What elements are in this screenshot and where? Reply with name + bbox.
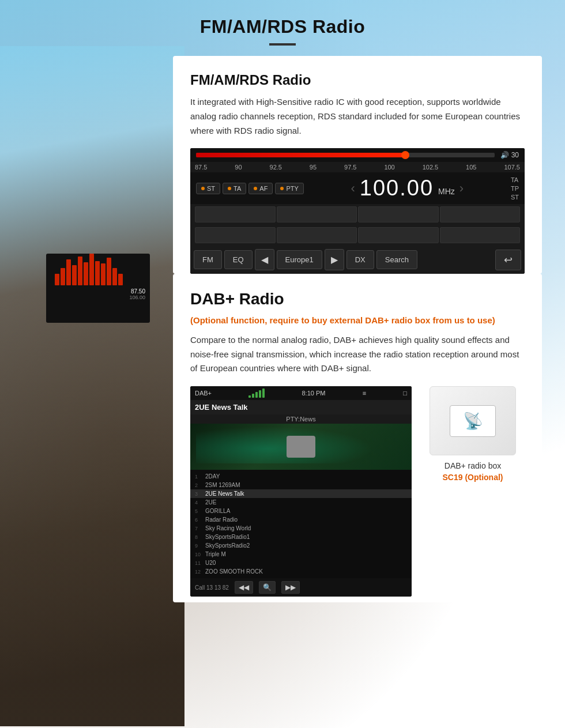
radio-progress-bar-row: 🔊 30 [190,148,525,162]
search-button[interactable]: Search [376,250,417,269]
mode-pty-dot [280,187,284,190]
car-screen-freq2: 106.00 [46,295,150,300]
sig-bar-3 [255,392,258,398]
scale-label-925: 92.5 [270,164,282,171]
smoke-effect [196,427,373,463]
page-title: FM/AM/RDS Radio [0,16,565,37]
dab-time: 8:10 PM [302,390,325,397]
dab-box-inner: 📡 [450,405,496,437]
fm-section-title: FM/AM/RDS Radio [190,72,525,88]
dab-call-text: Call 13 13 82 [195,584,229,591]
hero-background: 87.50 106.00 FM/AM/RDS Radio FM/AM/RDS R… [0,0,565,728]
prev-button[interactable]: ◀ [255,249,274,270]
scale-label-875: 87.5 [195,164,207,171]
dab-call-bar: Call 13 13 82 ◀◀ 🔍 ▶▶ [190,578,412,597]
list-item[interactable]: 42UE [190,498,412,507]
sig-bar-1 [248,395,251,398]
fm-button[interactable]: FM [194,250,222,269]
dab-next-btn[interactable]: ▶▶ [281,581,300,594]
eq-button[interactable]: EQ [224,250,253,269]
freq-next-arrow[interactable]: › [459,181,464,196]
list-item[interactable]: 22SM 1269AM [190,481,412,489]
title-divider [269,43,296,46]
sig-bar-2 [252,394,254,398]
preset-btn-8[interactable] [440,227,521,243]
dab-top-bar: DAB+ 8:10 PM ≡ □ [190,386,412,400]
main-content-panel: FM/AM/RDS Radio It integrated with High-… [173,56,542,602]
dab-optional-text: (Optional function, require to buy exter… [190,314,525,327]
mode-pty-btn[interactable]: PTY [275,183,303,194]
list-item[interactable]: 7Sky Racing World [190,524,412,533]
preset-btn-3[interactable] [358,206,439,222]
scale-label-1025: 102.5 [423,164,439,171]
car-interior-simulation [0,46,184,726]
mode-ta-btn[interactable]: TA [223,183,246,194]
preset-btn-6[interactable] [277,227,357,243]
dab-radio-icon [287,436,315,458]
car-image-area: 87.50 106.00 [0,46,184,726]
preset-btn-5[interactable] [195,227,276,243]
dab-box-area: 📡 DAB+ radio box SC19 (Optional) [421,386,525,597]
scale-label-1075: 107.5 [504,164,520,171]
list-item[interactable]: 9SkySportsRadio2 [190,541,412,550]
scale-label-90: 90 [235,164,242,171]
radio-frequency-display: ‹ 100.00 MHz › [308,176,506,201]
preset-btn-2[interactable] [277,206,357,222]
dab-close-icon: □ [403,390,407,397]
list-item[interactable]: 10Triple M [190,550,412,559]
list-item-active[interactable]: 32UE News Talk [190,489,412,498]
radio-right-modes: TA TP ST [511,176,519,201]
preset-btn-1[interactable] [195,206,276,222]
dab-prev-btn[interactable]: ◀◀ [235,581,253,594]
sig-bar-5 [262,388,265,398]
list-item[interactable]: 5GORILLA [190,507,412,515]
car-dashboard-screen: 87.50 106.00 [46,254,150,323]
dab-signal-bars [248,388,265,398]
dab-ui-screenshot: DAB+ 8:10 PM ≡ □ [190,386,412,597]
list-item[interactable]: 12DAY [190,472,412,481]
preset-btn-4[interactable] [440,206,521,222]
radio-volume-display: 🔊 30 [500,151,519,159]
dab-channel-row: 2UE News Talk [190,400,412,414]
list-item[interactable]: 11U20 [190,559,412,567]
radio-preset-row-1 [190,204,525,225]
back-button[interactable]: ↩ [495,250,521,270]
scale-label-975: 97.5 [344,164,356,171]
dab-section-description: Compare to the normal analog radio, DAB+… [190,333,525,376]
right-mode-ta: TA [511,176,518,183]
dab-box-label: DAB+ radio box [445,461,501,470]
sig-bar-4 [259,390,261,398]
dab-station-list: 12DAY 22SM 1269AM 32UE News Talk 42UE 5G… [190,470,412,578]
right-mode-tp: TP [511,185,519,192]
mode-st-dot [201,187,205,190]
preset-btn-7[interactable] [358,227,439,243]
list-item[interactable]: 8SkySportsRadio1 [190,533,412,541]
dab-channel-name: 2UE News Talk [195,403,248,412]
dab-label: DAB+ [195,390,212,397]
europe1-button[interactable]: Europe1 [277,250,322,269]
dab-section-title: DAB+ Radio [190,290,525,308]
next-button[interactable]: ▶ [325,249,344,270]
radio-frequency-scale: 87.5 90 92.5 95 97.5 100 102.5 105 107.5 [190,162,525,172]
dab-menu-icon: ≡ [363,390,366,397]
dx-button[interactable]: DX [346,250,374,269]
dab-screenshots-row: DAB+ 8:10 PM ≡ □ [190,386,525,597]
page-title-area: FM/AM/RDS Radio [0,0,565,56]
radio-progress-track [196,153,495,157]
radio-progress-thumb [401,151,409,159]
mode-af-btn[interactable]: AF [248,183,273,194]
radio-bottom-bar: FM EQ ◀ Europe1 ▶ DX Search ↩ [190,246,525,274]
scale-label-105: 105 [466,164,476,171]
dab-box-model: SC19 (Optional) [442,473,503,482]
list-item[interactable]: 6Radar Radio [190,515,412,524]
fm-section-description: It integrated with High-Sensitive radio … [190,95,525,138]
mode-st-btn[interactable]: ST [196,183,220,194]
dab-box-image: 📡 [430,386,516,455]
radio-progress-fill [196,153,405,157]
scale-label-100: 100 [384,164,394,171]
radio-ui-screenshot: 🔊 30 87.5 90 92.5 95 97.5 100 102.5 105 … [190,148,525,274]
mode-ta-dot [228,187,231,190]
freq-prev-arrow[interactable]: ‹ [351,181,355,196]
list-item[interactable]: 12ZOO SMOOTH ROCK [190,567,412,576]
dab-search-btn[interactable]: 🔍 [259,581,276,594]
